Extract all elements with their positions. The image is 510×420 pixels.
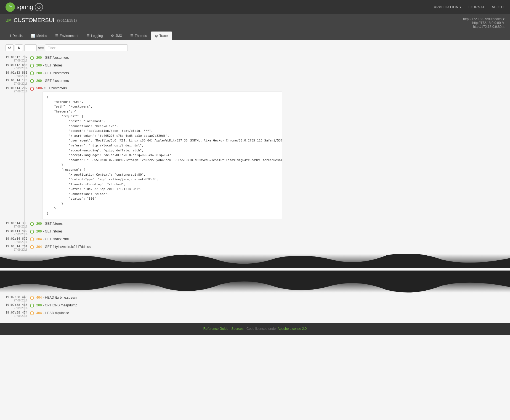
app-home-link[interactable]: http://172.18.0.9:80 ⌂ [463,25,504,29]
trace-dot-a3 [30,237,34,241]
footer-license-text: Code licensed under [246,327,277,331]
trace-dot-b1 [30,296,34,300]
spring-text: spring [17,4,33,11]
app-id: (9611b181) [57,18,77,23]
trace-time-3: 19:01:13.883 27.09.2016 [6,71,30,77]
tabs-bar: ℹ Details 📊 Metrics ☰ Environment ☰ Logg… [0,31,510,40]
gap-bottom [0,279,510,293]
trace-item-a4: 19:01:14.701 27.09.2016 304 - GET /style… [6,245,504,251]
trace-item-3: 19:01:13.883 27.09.2016 200 - GET /custo… [6,71,504,77]
footer: Reference Guide - Sources - Code license… [0,323,510,335]
refresh-interval-input[interactable]: 3 [24,44,37,51]
trace-time-a3: 19:01:14.672 27.09.2016 [6,237,30,244]
app-health-link[interactable]: http://172.18.0.9:80/health ♥ [463,17,504,21]
trace-time-a2: 19:01:14.402 27.09.2016 [6,229,30,236]
boot-icon: ⏻ [35,3,43,11]
trace-info-2[interactable]: 200 - GET /stores [36,63,504,67]
trace-time-2: 19:01:12.830 27.09.2016 [6,63,30,70]
nav-links: APPLICATIONS JOURNAL ABOUT [434,5,504,9]
refresh-button[interactable]: ↻ [15,44,23,51]
toolbar: ↺ ↻ 3 sec [6,44,504,51]
trace-item-b2: 19:07:38.463 27.09.2016 200 - OPTIONS /h… [6,303,504,310]
tab-environment[interactable]: ☰ Environment [51,31,82,40]
trace-500-content: 500 - GET /customers { "method": "GET", … [36,86,504,220]
app-header: UP CUSTOMERSUI (9611b181) http://172.18.… [0,14,510,31]
wave-bottom-svg [0,279,510,293]
nav-journal[interactable]: JOURNAL [468,5,485,9]
trace-item-b1: 19:07:38.448 27.09.2016 404 - HEAD /turb… [6,295,504,302]
trace-info-3[interactable]: 200 - GET /customers [36,71,504,75]
footer-sources-link[interactable]: Sources [231,327,243,331]
app-title: UP CUSTOMERSUI (9611b181) [6,17,77,23]
trace-list-bottom: 19:07:38.448 27.09.2016 404 - HEAD /turb… [6,295,504,317]
trace-dot-4 [30,79,34,83]
trace-time-4: 19:01:14.175 27.09.2016 [6,79,30,85]
trace-dot-500 [30,87,34,91]
trace-item-a1: 19:01:14.335 27.09.2016 200 - GET /store… [6,221,504,228]
trace-item-1: 19:01:12.792 27.09.2016 200 - GET /custo… [6,55,504,62]
main-content: ↺ ↻ 3 sec 19:01:12.792 27.09.2016 200 - … [0,40,510,323]
json-detail-box: { "method": "GET", "path": "/customers",… [42,92,282,219]
app-actuator-link[interactable]: http://172.18.0.9:80 ✎ [463,21,504,25]
trace-time-b2: 19:07:38.463 27.09.2016 [6,303,30,310]
trace-item-b3: 19:07:38.474 27.09.2016 404 - HEAD /liqu… [6,311,504,317]
nav-applications[interactable]: APPLICATIONS [434,5,461,9]
trace-time-a1: 19:01:14.335 27.09.2016 [6,221,30,228]
gap-top [0,254,510,268]
wave-svg [0,254,510,268]
tab-trace[interactable]: ◎ Trace [151,31,172,40]
trace-time-b3: 19:07:38.474 27.09.2016 [6,311,30,317]
trace-info-b2[interactable]: 200 - OPTIONS /heapdump [36,303,504,307]
trace-info-1[interactable]: 200 - GET /customers [36,55,504,60]
tab-jmx[interactable]: ⚙ JMX [107,31,126,40]
trace-item-4: 19:01:14.175 27.09.2016 200 - GET /custo… [6,79,504,85]
app-name: CUSTOMERSUI [14,17,54,23]
tab-logging[interactable]: ☰ Logging [83,31,107,40]
filter-input[interactable] [45,44,128,51]
trace-time-500: 19:01:14.202 27.09.2016 [6,86,30,93]
footer-license-link[interactable]: Apache License 2.0 [278,327,307,331]
trace-info-4[interactable]: 200 - GET /customers [36,79,504,83]
trace-dot-a2 [30,230,34,234]
trace-info-b1[interactable]: 404 - HEAD /turbine.stream [36,295,504,299]
gap-section [0,271,510,279]
trace-info-a3[interactable]: 304 - GET /index.html [36,237,504,241]
trace-time-1: 19:01:12.792 27.09.2016 [6,55,30,62]
trace-dot-b3 [30,311,34,315]
trace-dot-a1 [30,222,34,226]
trace-dot-3 [30,71,34,75]
trace-time-a4: 19:01:14.701 27.09.2016 [6,245,30,251]
trace-info-a2[interactable]: 200 - GET /stores [36,229,504,233]
trace-time-b1: 19:07:38.448 27.09.2016 [6,295,30,302]
trace-dot-1 [30,56,34,60]
footer-reference-link[interactable]: Reference Guide [203,327,229,331]
trace-dot-2 [30,64,34,68]
trace-item-a3: 19:01:14.672 27.09.2016 304 - GET /index… [6,237,504,244]
trace-dot-a4 [30,245,34,249]
tab-threads[interactable]: ☰ Threads [126,31,151,40]
spring-logo: 🍃 spring ⏻ [6,2,43,12]
trace-500-header[interactable]: 500 - GET /customers [36,86,504,90]
trace-list: 19:01:12.792 27.09.2016 200 - GET /custo… [6,55,504,251]
trace-dot-b2 [30,304,34,307]
app-status: UP [6,18,11,23]
trace-item-500: 19:01:14.202 27.09.2016 500 - GET /custo… [6,86,504,220]
footer-sep2: - [245,327,246,331]
trace-info-a1[interactable]: 200 - GET /stores [36,221,504,226]
app-links: http://172.18.0.9:80/health ♥ http://172… [463,17,504,29]
trace-item-2: 19:01:12.830 27.09.2016 200 - GET /store… [6,63,504,70]
tab-details[interactable]: ℹ Details [6,31,27,40]
trace-info-a4[interactable]: 304 - GET /styles/main.fc9417dd.css [36,245,504,249]
sec-label: sec [38,46,44,50]
stop-button[interactable]: ↺ [6,44,14,51]
spring-icon: 🍃 [6,2,15,12]
nav-about[interactable]: ABOUT [492,5,504,9]
logo: 🍃 spring ⏻ [6,2,434,12]
top-nav: 🍃 spring ⏻ APPLICATIONS JOURNAL ABOUT [0,0,510,14]
trace-item-a2: 19:01:14.402 27.09.2016 200 - GET /store… [6,229,504,236]
tab-metrics[interactable]: 📊 Metrics [27,31,51,40]
trace-info-b3[interactable]: 404 - HEAD /liquibase [36,311,504,315]
